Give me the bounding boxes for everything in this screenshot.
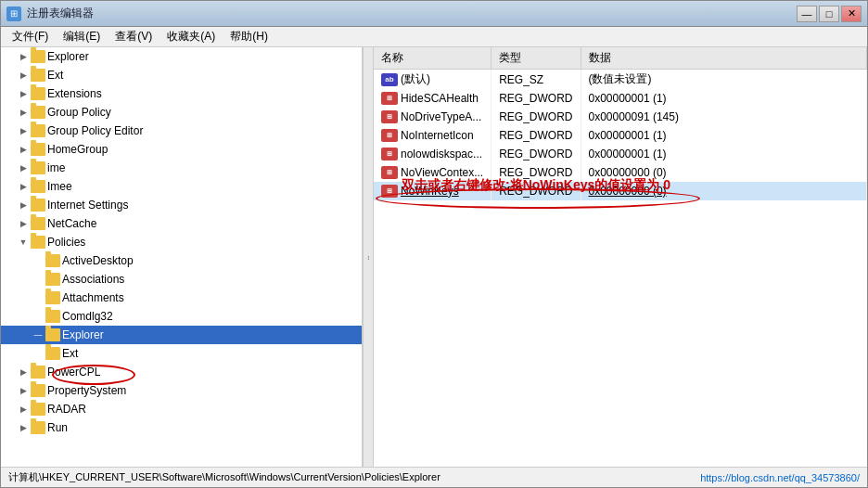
tree-item-homegroup[interactable]: ▶ HomeGroup: [1, 140, 362, 159]
folder-icon: [31, 161, 45, 174]
tree-label: Ext: [47, 69, 358, 82]
cell-type: REG_DWORD: [491, 182, 581, 200]
main-window: ⊞ 注册表编辑器 — □ ✕ 文件(F) 编辑(E) 查看(V) 收藏夹(A) …: [0, 0, 868, 488]
tree-label: PowerCPL: [47, 366, 358, 379]
menu-help[interactable]: 帮助(H): [223, 27, 275, 46]
tree-item-internet-settings[interactable]: ▶ Internet Settings: [1, 196, 362, 214]
tree-item-propertysystem[interactable]: ▶ PropertySystem: [1, 381, 362, 400]
cell-name: ⊞HideSCAHealth: [374, 89, 491, 108]
tree-item-group-policy[interactable]: ▶ Group Policy: [1, 103, 362, 122]
menu-favorites[interactable]: 收藏夹(A): [160, 27, 223, 46]
tree-label: Internet Settings: [47, 199, 358, 212]
tree-label: Group Policy Editor: [47, 124, 358, 137]
folder-icon: [31, 421, 45, 434]
tree-arrow: ▶: [16, 140, 31, 159]
reg-dword-icon: ⊞: [381, 166, 398, 179]
cell-name: ⊞NoViewContex...: [374, 163, 491, 182]
reg-dword-icon: ⊞: [381, 110, 398, 123]
table-row-nowinkeys[interactable]: ⊞NoWinKeys REG_DWORD 0x00000000 (0): [374, 182, 867, 200]
title-buttons: — □ ✕: [797, 6, 862, 22]
tree-panel[interactable]: ▶ Explorer ▶ Ext ▶ Extensions ▶ Group Po…: [1, 47, 363, 467]
main-content: ▶ Explorer ▶ Ext ▶ Extensions ▶ Group Po…: [1, 47, 867, 467]
tree-item-ext2[interactable]: Ext: [1, 344, 362, 363]
status-path: 计算机\HKEY_CURRENT_USER\Software\Microsoft…: [8, 470, 440, 484]
tree-arrow: ▶: [16, 159, 31, 177]
tree-arrow: [31, 307, 45, 326]
col-name: 名称: [374, 47, 491, 70]
tree-label: Attachments: [62, 291, 358, 304]
folder-icon: [45, 273, 60, 286]
tree-arrow: ▶: [16, 214, 31, 233]
tree-label: Ext: [62, 347, 358, 360]
folder-icon: [31, 69, 45, 82]
tree-item-policies[interactable]: ▼ Policies: [1, 233, 362, 251]
tree-label: Extensions: [47, 87, 358, 100]
tree-arrow: ▶: [16, 418, 31, 437]
cell-name: ⊞NoDriveTypeA...: [374, 108, 491, 126]
tree-arrow: ▶: [16, 177, 31, 196]
cell-type: REG_DWORD: [491, 108, 581, 126]
table-row[interactable]: ⊞HideSCAHealth REG_DWORD 0x00000001 (1): [374, 89, 867, 108]
title-bar-left: ⊞ 注册表编辑器: [6, 6, 94, 21]
cell-data: 0x00000001 (1): [581, 126, 867, 145]
tree-arrow: [31, 270, 45, 289]
tree-item-group-policy-editor[interactable]: ▶ Group Policy Editor: [1, 122, 362, 140]
tree-item-ime[interactable]: ▶ ime: [1, 159, 362, 177]
folder-icon: [31, 366, 45, 379]
window-title: 注册表编辑器: [27, 6, 94, 21]
tree-arrow: ▶: [16, 381, 31, 400]
tree-label: Associations: [62, 273, 358, 286]
divider-dots: · · ·: [364, 255, 374, 259]
tree-arrow: [31, 344, 45, 363]
tree-arrow: ▶: [16, 122, 31, 140]
tree-item-netcache[interactable]: ▶ NetCache: [1, 214, 362, 233]
cell-type: REG_DWORD: [491, 163, 581, 182]
col-data: 数据: [581, 47, 867, 70]
tree-item-explorer-selected[interactable]: — Explorer: [1, 326, 362, 344]
tree-label: Explorer: [62, 328, 358, 341]
menu-bar: 文件(F) 编辑(E) 查看(V) 收藏夹(A) 帮助(H): [1, 27, 867, 47]
tree-arrow: [31, 251, 45, 270]
tree-item-associations[interactable]: Associations: [1, 270, 362, 289]
table-row[interactable]: ⊞nolowdiskspac... REG_DWORD 0x00000001 (…: [374, 145, 867, 163]
cell-type: REG_SZ: [491, 70, 581, 90]
tree-label: Explorer: [47, 50, 358, 63]
tree-item-powercpl[interactable]: ▶ PowerCPL: [1, 363, 362, 381]
table-row[interactable]: ⊞NoViewContex... REG_DWORD 0x00000000 (0…: [374, 163, 867, 182]
registry-panel: 名称 类型 数据 ab(默认) REG_SZ (数值未设置): [374, 47, 867, 467]
tree-arrow: ▼: [16, 233, 31, 251]
cell-name: ab(默认): [374, 70, 491, 90]
tree-item-radar[interactable]: ▶ RADAR: [1, 400, 362, 418]
menu-file[interactable]: 文件(F): [5, 27, 56, 46]
tree-label: HomeGroup: [47, 143, 358, 156]
table-row[interactable]: ⊞NoDriveTypeA... REG_DWORD 0x00000091 (1…: [374, 108, 867, 126]
tree-label: Policies: [47, 236, 358, 249]
minimize-button[interactable]: —: [797, 6, 817, 22]
menu-view[interactable]: 查看(V): [108, 27, 160, 46]
reg-dword-icon: ⊞: [381, 185, 398, 198]
tree-item-run[interactable]: ▶ Run: [1, 418, 362, 437]
tree-label: PropertySystem: [47, 384, 358, 397]
folder-icon: [31, 403, 45, 416]
tree-item-activedesktop[interactable]: ActiveDesktop: [1, 251, 362, 270]
tree-item-comdlg32[interactable]: Comdlg32: [1, 307, 362, 326]
folder-icon: [31, 143, 45, 156]
table-row[interactable]: ab(默认) REG_SZ (数值未设置): [374, 70, 867, 90]
status-bar: 计算机\HKEY_CURRENT_USER\Software\Microsoft…: [1, 467, 867, 487]
tree-arrow: —: [31, 326, 45, 344]
tree-item-imee[interactable]: ▶ Imee: [1, 177, 362, 196]
close-button[interactable]: ✕: [841, 6, 862, 22]
maximize-button[interactable]: □: [819, 6, 839, 22]
tree-arrow: [31, 289, 45, 307]
tree-item-ext[interactable]: ▶ Ext: [1, 66, 362, 84]
folder-icon: [31, 236, 45, 249]
cell-name: ⊞nolowdiskspac...: [374, 145, 491, 163]
tree-item-attachments[interactable]: Attachments: [1, 289, 362, 307]
tree-item-extensions[interactable]: ▶ Extensions: [1, 84, 362, 103]
tree-item-explorer[interactable]: ▶ Explorer: [1, 47, 362, 66]
col-type: 类型: [491, 47, 581, 70]
tree-arrow: ▶: [16, 363, 31, 381]
menu-edit[interactable]: 编辑(E): [56, 27, 108, 46]
table-row[interactable]: ⊞NoInternetIcon REG_DWORD 0x00000001 (1): [374, 126, 867, 145]
tree-label: Run: [47, 421, 358, 434]
